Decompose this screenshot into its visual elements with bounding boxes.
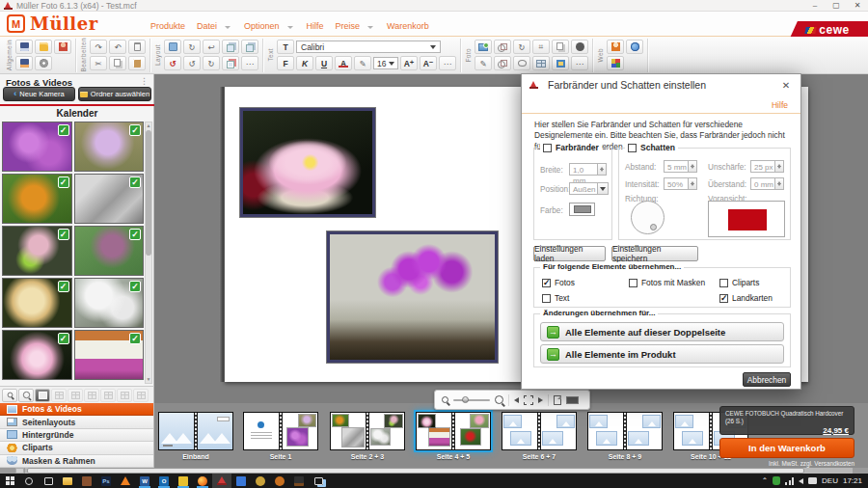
zoom-slider-knob[interactable] <box>462 396 469 403</box>
product-price[interactable]: 24,95 € <box>725 426 849 435</box>
font-color-button[interactable]: A <box>335 56 352 70</box>
app-button[interactable] <box>174 474 193 488</box>
page-thumb-seite-2-3[interactable] <box>330 412 405 450</box>
delete-button[interactable] <box>128 40 146 54</box>
tab-hintergruende[interactable]: Hintergründe <box>0 429 153 442</box>
shadow-direction-dial[interactable] <box>631 201 665 234</box>
web-button[interactable] <box>626 40 643 54</box>
cliparts-checkbox[interactable] <box>719 279 728 287</box>
app-button[interactable] <box>251 474 270 488</box>
photo-shapes-button[interactable] <box>494 56 511 70</box>
overhang-field[interactable]: 0 mm <box>750 177 775 190</box>
online-gallery-button[interactable] <box>607 56 624 70</box>
dial-knob[interactable] <box>650 224 657 230</box>
zoom-in-icon[interactable] <box>495 395 503 404</box>
border-color-swatch[interactable] <box>569 203 595 216</box>
landkarten-checkbox[interactable] <box>719 294 728 303</box>
page-thumb-seite-6-7[interactable] <box>502 412 577 450</box>
save-settings-button[interactable]: Einstellungen speichern <box>611 246 698 261</box>
border-shadow-button[interactable] <box>552 56 569 70</box>
menu-optionen[interactable]: Optionen <box>238 21 285 31</box>
start-button[interactable] <box>0 474 19 488</box>
width-spinner[interactable] <box>598 163 607 176</box>
reset-button[interactable]: ↩ <box>203 40 220 54</box>
sort-photos-button[interactable] <box>35 389 50 402</box>
blur-spinner[interactable] <box>775 160 784 173</box>
photo-thumbnail-blossom[interactable]: ✓ <box>2 226 72 276</box>
share-button[interactable] <box>607 40 624 54</box>
tab-masken-rahmen[interactable]: Masken & Rahmen <box>0 455 153 468</box>
photo-thumbnail-crocus[interactable]: ✓ <box>74 122 145 172</box>
bring-forward-button[interactable] <box>222 40 239 54</box>
sidebar-scrollbar[interactable]: ▲ ▼ <box>145 122 152 384</box>
underline-button[interactable]: U <box>315 56 333 70</box>
add-to-cart-button[interactable]: In den Warenkorb <box>719 438 854 458</box>
open-button[interactable] <box>35 40 52 54</box>
undo-button[interactable]: ↶ <box>109 40 126 54</box>
cut-button[interactable]: ✂ <box>90 56 107 70</box>
cancel-button[interactable]: Abbrechen <box>743 372 791 387</box>
close-icon[interactable]: ✕ <box>853 1 862 10</box>
scroll-up-icon[interactable]: ▲ <box>146 122 151 129</box>
shadow-checkbox[interactable] <box>628 144 637 152</box>
width-field[interactable]: 1,0 mm <box>569 163 598 176</box>
file-explorer-button[interactable] <box>58 474 77 488</box>
app-button[interactable] <box>270 474 289 488</box>
zoom-slider[interactable] <box>453 399 490 401</box>
settings-button[interactable] <box>35 56 52 70</box>
maximize-icon[interactable]: ▢ <box>831 1 841 10</box>
help-link[interactable]: Hilfe <box>772 100 788 110</box>
effects-button[interactable] <box>571 40 588 54</box>
distance-field[interactable]: 5 mm <box>664 160 689 173</box>
redo-button[interactable]: ↷ <box>90 40 107 54</box>
drag-handle-icon[interactable]: ⋮ <box>140 76 149 86</box>
crop-button[interactable]: ⌗ <box>532 40 550 54</box>
more-text-button[interactable]: ⋯ <box>439 56 456 70</box>
page-thumb-seite-4-5[interactable] <box>416 412 491 450</box>
more-photo-button[interactable]: ⋯ <box>571 56 588 70</box>
page-thumb-seite-1[interactable] <box>243 412 318 450</box>
photo-table-button[interactable] <box>532 56 550 70</box>
intensity-spinner[interactable] <box>689 177 697 190</box>
fotos-checkbox[interactable] <box>542 279 551 287</box>
zoom-out-icon[interactable] <box>442 396 448 403</box>
save-button[interactable] <box>15 40 33 54</box>
scrollbar-thumb[interactable] <box>146 130 151 256</box>
load-settings-button[interactable]: Einstellungen laden <box>533 246 606 261</box>
page-photo-water-lily[interactable] <box>240 108 375 217</box>
font-family-select[interactable]: Calibri <box>296 41 441 53</box>
shapes-button[interactable] <box>494 40 511 54</box>
vlc-button[interactable] <box>116 474 135 488</box>
speech-bubble-button[interactable] <box>513 56 530 70</box>
fit-to-window-icon[interactable] <box>524 395 533 405</box>
bold-button[interactable]: F <box>277 56 294 70</box>
photo-thumbnail-water-lily[interactable]: ✓ <box>2 330 72 380</box>
filmstrip-icon[interactable] <box>566 396 579 404</box>
page-preview-icon[interactable] <box>554 395 561 405</box>
duplicate-photo-button[interactable] <box>552 40 569 54</box>
dialog-title-bar[interactable]: Farbränder und Schatten einstellen ✕ <box>522 74 800 95</box>
intensity-field[interactable]: 50% <box>664 177 689 190</box>
text-checkbox[interactable] <box>542 294 551 303</box>
select-tool-button[interactable] <box>164 40 181 54</box>
photo-thumbnail-iris[interactable]: ✓ <box>74 226 145 276</box>
paste-button[interactable] <box>128 56 146 70</box>
new-camera-button[interactable]: ‹ Neue Kamera <box>3 87 75 101</box>
borders-checkbox[interactable] <box>543 144 552 152</box>
remove-layer-button[interactable] <box>222 56 239 70</box>
send-backward-button[interactable] <box>241 40 258 54</box>
apply-product-button[interactable]: → Alle Elemente im Produkt <box>540 344 784 364</box>
network-signal-icon[interactable] <box>785 477 794 485</box>
tab-seitenlayouts[interactable]: Seitenlayouts <box>0 416 153 428</box>
photo-thumbnail-rocks[interactable]: ✓ <box>74 174 145 224</box>
apply-doublepage-button[interactable]: → Alle Elemente auf dieser Doppelseite <box>540 322 784 341</box>
tray-expand-icon[interactable]: ⌃ <box>762 476 768 485</box>
copy-button[interactable] <box>109 56 126 70</box>
close-icon[interactable]: ✕ <box>779 80 793 91</box>
task-view-button[interactable] <box>39 474 58 488</box>
app-button[interactable] <box>289 474 309 488</box>
photo-thumbnail-house-cyclamen[interactable]: ✓ <box>74 330 145 380</box>
undo-layout-button[interactable]: ↺ <box>164 56 181 70</box>
page-thumb-einband[interactable] <box>158 412 233 450</box>
thumbnail-zoom-out-button[interactable] <box>2 389 17 402</box>
